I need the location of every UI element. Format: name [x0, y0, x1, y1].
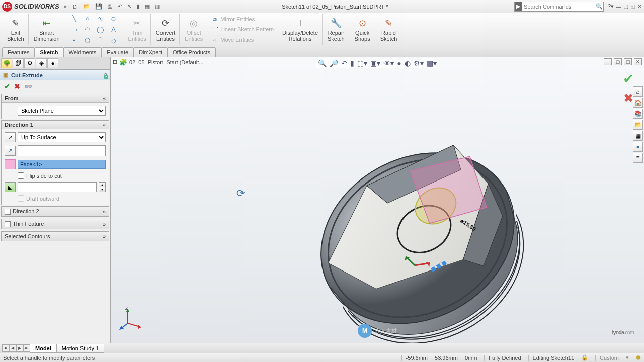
close-icon[interactable]: ✕ — [637, 3, 642, 10]
open-file-icon[interactable]: 📂 — [83, 3, 90, 10]
save-icon[interactable]: 💾 — [95, 3, 102, 10]
status-units[interactable]: Custom — [595, 355, 619, 361]
confirm-feature-button[interactable]: ✔ — [623, 71, 634, 87]
circle-tool-icon[interactable]: ○ — [82, 14, 94, 24]
print-icon[interactable]: 🖶 — [107, 4, 113, 10]
smart-dimension-button[interactable]: ⇤ Smart Dimension — [30, 14, 64, 45]
flyout-feature-tree[interactable]: ⊞ 🧩 02_05_Piston_Start (Default... — [113, 58, 203, 66]
model-tab[interactable]: Model — [30, 344, 57, 353]
nav-prev-icon[interactable]: ◀ — [9, 344, 16, 352]
line-tool-icon[interactable]: ╲ — [68, 14, 80, 24]
tp-custom-props-icon[interactable]: ≡ — [633, 153, 643, 163]
nav-next-icon[interactable]: ▶ — [16, 344, 23, 352]
direction-vector-icon[interactable]: ↗ — [5, 146, 16, 156]
view-settings-icon[interactable]: ⚙▾ — [414, 59, 424, 67]
tree-expand-icon[interactable]: ⊞ — [113, 59, 117, 65]
move-entities-button[interactable]: ↔Move Entities — [211, 36, 274, 43]
rapid-sketch-button[interactable]: ✎ Rapid Sketch — [376, 14, 402, 45]
display-style-icon[interactable]: ▣▾ — [370, 59, 380, 67]
end-condition-select[interactable]: Up To Surface — [18, 132, 106, 142]
undo-icon[interactable]: ↶ — [118, 3, 122, 10]
zoom-fit-icon[interactable]: 🔍 — [318, 59, 327, 67]
help-icon[interactable]: ?▾ — [608, 3, 614, 10]
thin-feature-section[interactable]: Thin Feature » — [1, 219, 109, 229]
zoom-area-icon[interactable]: 🔎 — [330, 59, 338, 67]
tab-weldments[interactable]: Weldments — [63, 47, 102, 57]
tab-dimxpert[interactable]: DimXpert — [133, 47, 168, 57]
search-input[interactable] — [522, 4, 595, 10]
status-lock-icon[interactable]: 🔒 — [581, 354, 588, 361]
tp-appearances-icon[interactable]: ● — [633, 142, 643, 152]
apply-scene-icon[interactable]: ◐ — [405, 59, 411, 67]
tp-view-palette-icon[interactable]: ▦ — [633, 131, 643, 141]
edit-appearance-icon[interactable]: ● — [397, 59, 401, 67]
direction1-header[interactable]: Direction 1 « — [2, 121, 109, 129]
from-header[interactable]: From « — [2, 94, 109, 103]
maximize-icon[interactable]: ◱ — [630, 3, 635, 10]
accept-button[interactable]: ✔ — [4, 82, 10, 90]
titlebar-dropdown-icon[interactable]: ▸ — [64, 3, 67, 10]
direction2-checkbox[interactable] — [5, 209, 11, 215]
vp-maximize-icon[interactable]: ◱ — [624, 58, 632, 65]
tp-file-explorer-icon[interactable]: 📂 — [633, 120, 643, 130]
face-selection-icon[interactable] — [5, 159, 16, 169]
linear-pattern-button[interactable]: ⋮⋮Linear Sketch Pattern — [211, 26, 274, 33]
tab-features[interactable]: Features — [2, 47, 35, 57]
motion-study-tab[interactable]: Motion Study 1 — [56, 344, 104, 353]
search-commands[interactable]: ▶ 🔍 — [514, 2, 604, 12]
vp-restore-icon[interactable]: ▢ — [614, 58, 622, 65]
tp-home-icon[interactable]: 🏠 — [633, 98, 643, 108]
detailed-preview-button[interactable]: 👓 — [24, 83, 32, 90]
reject-button[interactable]: ✖ — [14, 82, 20, 90]
fm-tab-dimxpert-icon[interactable]: ◈ — [36, 58, 47, 68]
vp-close-icon[interactable]: ✕ — [634, 58, 642, 65]
face-selection-value[interactable]: Face<1> — [18, 160, 106, 169]
draft-icon[interactable]: ◣ — [5, 182, 16, 192]
tab-evaluate[interactable]: Evaluate — [101, 47, 134, 57]
section-view-icon[interactable]: ▮ — [350, 59, 354, 67]
exit-sketch-button[interactable]: ✎ Exit Sketch — [3, 14, 29, 45]
tp-design-library-icon[interactable]: 📚 — [633, 109, 643, 119]
search-run-icon[interactable]: ▶ — [515, 2, 522, 11]
hide-show-icon[interactable]: 👁▾ — [383, 59, 394, 67]
fillet-tool-icon[interactable]: ⌒ — [95, 36, 107, 46]
direction-reference-input[interactable] — [18, 145, 106, 156]
appearance-icon[interactable]: ▥ — [155, 3, 160, 10]
status-units-dropdown-icon[interactable]: ▾ — [626, 354, 629, 361]
search-magnify-icon[interactable]: 🔍 — [595, 3, 603, 10]
select-icon[interactable]: ↖ — [127, 3, 132, 10]
draft-spinner[interactable]: ▲▼ — [99, 182, 106, 192]
options-icon[interactable]: ▦ — [145, 3, 150, 10]
render-tools-icon[interactable]: ▤▾ — [427, 59, 437, 67]
display-relations-button[interactable]: ⊥ Display/Delete Relations — [278, 14, 323, 45]
convert-entities-button[interactable]: ⟳ Convert Entities — [152, 14, 180, 45]
feature-tree-root[interactable]: 02_05_Piston_Start (Default... — [129, 59, 203, 65]
from-select[interactable]: Sketch Plane — [18, 106, 106, 116]
flip-side-checkbox[interactable] — [18, 172, 24, 179]
tp-resources-icon[interactable]: ⌂ — [633, 86, 643, 97]
graphics-viewport[interactable]: ⊞ 🧩 02_05_Piston_Start (Default... 🔍 🔎 ↶… — [111, 57, 644, 343]
help-pin-icon[interactable]: ? — [104, 72, 107, 78]
previous-view-icon[interactable]: ↶ — [341, 59, 347, 67]
ellipse-tool-icon[interactable]: ◯ — [95, 25, 107, 35]
slot-tool-icon[interactable]: ⬭ — [108, 14, 120, 24]
selected-contours-section[interactable]: Selected Contours » — [1, 231, 109, 241]
reverse-direction-icon[interactable]: ↗ — [5, 132, 16, 142]
point-tool-icon[interactable]: • — [68, 36, 80, 46]
polygon-tool-icon[interactable]: ⬠ — [82, 36, 94, 46]
restore-icon[interactable]: ▢ — [623, 3, 628, 10]
fm-tab-display-icon[interactable]: ● — [47, 58, 58, 68]
direction2-section[interactable]: Direction 2 » — [1, 206, 109, 217]
thin-feature-checkbox[interactable] — [5, 221, 11, 227]
minimize-icon[interactable]: — — [616, 4, 621, 10]
vp-minimize-icon[interactable]: — — [604, 58, 612, 65]
rectangle-tool-icon[interactable]: ▭ — [68, 25, 80, 35]
nav-last-icon[interactable]: ⏭ — [23, 344, 30, 352]
tab-office-products[interactable]: Office Products — [167, 47, 216, 57]
fm-tab-property-icon[interactable]: 🗐 — [13, 58, 24, 68]
tab-sketch[interactable]: Sketch — [34, 47, 63, 57]
new-file-icon[interactable]: 🗋 — [72, 4, 78, 10]
nav-first-icon[interactable]: ⏮ — [2, 344, 9, 352]
quick-snaps-button[interactable]: ⊙ Quick Snaps — [350, 14, 375, 45]
plane-tool-icon[interactable]: ◇ — [108, 36, 120, 46]
